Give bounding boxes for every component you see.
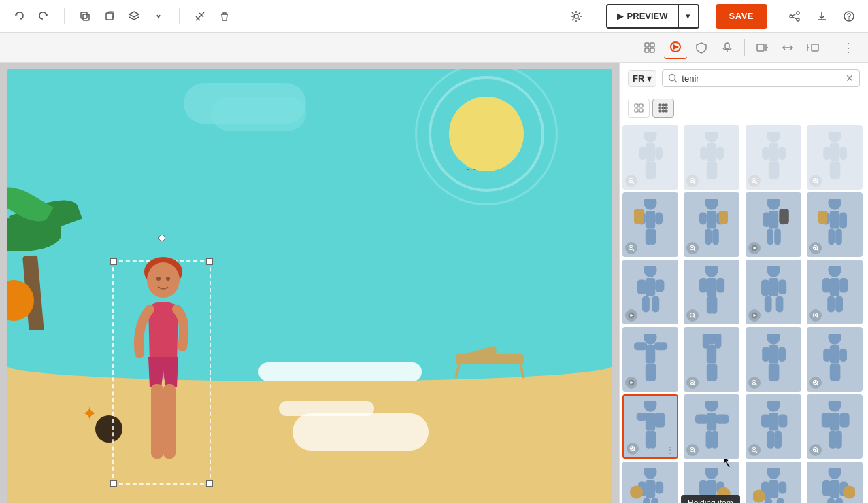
list-view-button[interactable] — [628, 99, 650, 118]
settings-button[interactable] — [565, 5, 587, 27]
download-button[interactable] — [811, 5, 833, 27]
canvas-area[interactable]: ~ ~ ✦ — [0, 63, 619, 503]
list-item[interactable] — [746, 260, 801, 324]
svg-point-85 — [767, 199, 780, 209]
svg-rect-56 — [768, 143, 778, 161]
exit-button[interactable] — [802, 36, 825, 59]
save-button[interactable]: SAVE — [716, 4, 767, 29]
svg-rect-32 — [659, 104, 661, 106]
list-item[interactable] — [684, 462, 739, 503]
more-options-icon[interactable]: ⋮ — [666, 445, 674, 455]
zoom-icon[interactable] — [748, 377, 761, 389]
zoom-icon[interactable] — [686, 309, 699, 322]
list-item[interactable] — [622, 125, 678, 190]
handle-bl[interactable] — [110, 480, 117, 487]
copy-button[interactable] — [99, 5, 120, 27]
list-item[interactable]: ⋮ — [622, 394, 678, 459]
svg-point-5 — [790, 15, 792, 18]
svg-rect-159 — [834, 363, 841, 381]
help-button[interactable] — [838, 5, 860, 27]
animate-button[interactable] — [664, 36, 687, 59]
list-item[interactable] — [684, 260, 739, 324]
zoom-icon[interactable] — [686, 444, 699, 456]
zoom-icon[interactable] — [809, 242, 822, 254]
list-item[interactable] — [746, 192, 801, 257]
zoom-icon[interactable] — [686, 377, 699, 389]
layers-down-button[interactable] — [148, 5, 169, 27]
zoom-icon[interactable] — [686, 175, 699, 187]
svg-rect-14 — [725, 43, 729, 49]
list-item[interactable] — [684, 125, 739, 190]
list-item[interactable] — [746, 394, 801, 459]
character-grid[interactable]: ⋮Holding item↖ — [620, 122, 868, 503]
svg-rect-112 — [699, 278, 707, 293]
list-item[interactable] — [622, 192, 678, 257]
list-item[interactable] — [684, 327, 739, 392]
zoom-icon[interactable] — [748, 175, 761, 187]
zoom-icon[interactable] — [625, 242, 637, 254]
undo-button[interactable] — [8, 5, 30, 27]
clean-button[interactable] — [189, 5, 211, 27]
zoom-icon[interactable] — [627, 443, 639, 455]
svg-rect-216 — [830, 480, 839, 498]
list-item[interactable] — [746, 327, 801, 392]
language-selector[interactable]: FR ▾ — [628, 70, 656, 87]
clear-search-button[interactable]: ✕ — [846, 73, 854, 84]
list-item[interactable] — [622, 260, 678, 324]
shield-button[interactable] — [690, 36, 713, 59]
share-button[interactable] — [784, 5, 805, 27]
layers-button[interactable] — [123, 5, 145, 27]
play-icon[interactable] — [625, 377, 637, 389]
zoom-icon[interactable] — [686, 242, 699, 254]
list-item[interactable] — [746, 125, 801, 190]
compress-button[interactable] — [776, 36, 799, 59]
list-item[interactable] — [807, 327, 863, 392]
list-item[interactable] — [807, 260, 863, 324]
svg-rect-40 — [665, 110, 667, 112]
handle-br[interactable] — [206, 480, 213, 487]
handle-rotate[interactable] — [158, 235, 165, 241]
play-icon[interactable] — [625, 309, 637, 322]
play-icon[interactable] — [748, 309, 761, 322]
svg-point-27 — [669, 75, 675, 81]
svg-rect-166 — [650, 430, 656, 448]
list-item[interactable] — [746, 462, 801, 503]
svg-rect-149 — [762, 347, 769, 362]
play-icon[interactable] — [748, 242, 761, 254]
preview-main-button[interactable]: ▶ PREVIEW — [607, 5, 678, 27]
search-input[interactable] — [682, 73, 841, 84]
list-item[interactable] — [807, 192, 863, 257]
list-item[interactable] — [807, 394, 863, 459]
zoom-icon[interactable] — [748, 444, 761, 456]
list-item[interactable] — [684, 192, 739, 257]
grid-view-button-panel[interactable] — [652, 99, 674, 118]
list-item[interactable] — [807, 462, 863, 503]
svg-rect-81 — [705, 228, 712, 245]
svg-rect-100 — [818, 211, 827, 224]
entry-button[interactable] — [750, 36, 773, 59]
zoom-icon[interactable] — [625, 175, 637, 187]
delete-button[interactable] — [214, 5, 235, 27]
list-item[interactable] — [684, 394, 739, 459]
preview-dropdown-button[interactable]: ▾ — [678, 5, 698, 27]
grid-view-button[interactable] — [638, 36, 661, 59]
list-item[interactable] — [622, 462, 678, 503]
redo-button[interactable] — [33, 5, 54, 27]
zoom-icon[interactable] — [809, 175, 822, 187]
list-item[interactable] — [807, 125, 863, 190]
mic-button[interactable] — [716, 36, 739, 59]
zoom-icon[interactable] — [809, 309, 822, 322]
character-figure[interactable] — [122, 252, 204, 469]
list-item[interactable] — [622, 327, 678, 392]
secondary-toolbar: ⋮ — [0, 33, 868, 63]
svg-rect-120 — [778, 279, 786, 294]
duplicate-button[interactable] — [74, 5, 96, 27]
svg-rect-38 — [659, 110, 661, 112]
more-button[interactable]: ⋮ — [837, 36, 860, 59]
handle-tr[interactable] — [206, 258, 213, 265]
handle-tl[interactable] — [110, 258, 117, 265]
zoom-icon[interactable] — [809, 377, 822, 389]
zoom-icon[interactable] — [809, 444, 822, 456]
svg-rect-163 — [637, 413, 648, 421]
svg-rect-157 — [839, 348, 847, 361]
